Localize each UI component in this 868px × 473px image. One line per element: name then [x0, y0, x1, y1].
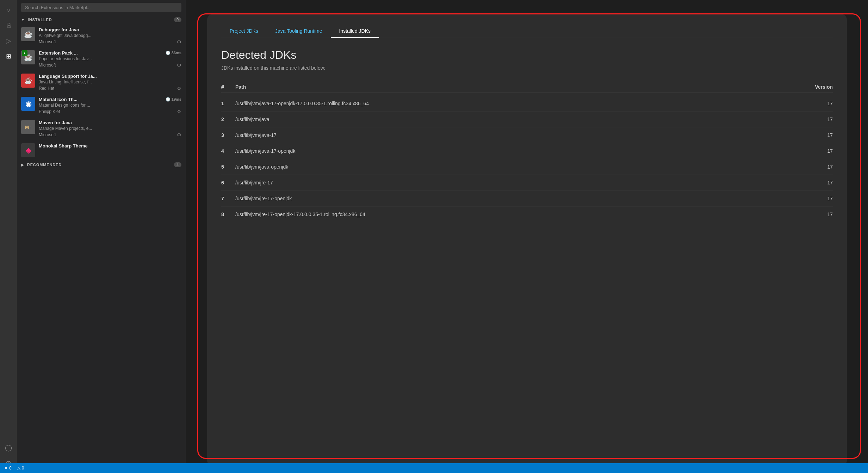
table-row: 5 /usr/lib/jvm/java-openjdk 17: [221, 159, 833, 175]
list-item[interactable]: ☕ Debugger for Java A lightweight Java d…: [17, 24, 186, 48]
star-badge: ★: [22, 50, 27, 56]
list-item[interactable]: ★ ☕ Extension Pack ... 🕐 86ms Popular ex…: [17, 48, 186, 71]
ext-name: Material Icon Th... 🕐 19ms: [39, 97, 181, 102]
extensions-sidebar: ▼ INSTALLED 9 ☕ Debugger for Java A ligh…: [17, 0, 186, 473]
ext-publisher: Philipp Kief: [39, 109, 60, 114]
installed-arrow-icon: ▼: [21, 18, 25, 22]
ext-name: Language Support for Ja...: [39, 74, 181, 79]
ext-name: Maven for Java: [39, 120, 181, 125]
warnings-status[interactable]: △ 0: [17, 466, 24, 471]
installed-section-header[interactable]: ▼ INSTALLED 9: [17, 15, 186, 24]
gear-icon[interactable]: ⚙: [177, 109, 181, 114]
search-input[interactable]: [21, 3, 181, 12]
ext-icon-monokai: ◈: [21, 143, 35, 157]
jdk-settings-panel: Project JDKs Java Tooling Runtime Instal…: [207, 14, 847, 466]
table-row: 2 /usr/lib/jvm/java 17: [221, 112, 833, 127]
table-row: 8 /usr/lib/jvm/jre-17-openjdk-17.0.0.0.3…: [221, 207, 833, 222]
ext-publisher: Microsoft: [39, 63, 56, 68]
table-row: 3 /usr/lib/jvm/java-17 17: [221, 127, 833, 143]
ext-publisher: Red Hat: [39, 86, 54, 91]
recommended-count-badge: 4: [174, 162, 181, 167]
ext-desc: Material Design Icons for ...: [39, 103, 181, 108]
table-row: 7 /usr/lib/jvm/jre-17-openjdk 17: [221, 191, 833, 207]
jdk-table: # Path Version 1 /usr/lib/jvm/java-17-op…: [221, 81, 833, 222]
ext-publisher: Microsoft: [39, 132, 56, 137]
ext-desc: Popular extensions for Jav...: [39, 56, 181, 61]
ext-icon-materialicon: ◉: [21, 97, 35, 111]
main-content: Project JDKs Java Tooling Runtime Instal…: [186, 0, 868, 473]
panel-title: Detected JDKs: [221, 49, 833, 62]
table-row: 6 /usr/lib/jvm/jre-17 17: [221, 175, 833, 191]
gear-icon[interactable]: ⚙: [177, 62, 181, 68]
search-activity-icon[interactable]: ○: [1, 3, 16, 17]
warning-count: 0: [22, 466, 24, 471]
gear-icon[interactable]: ⚙: [177, 132, 181, 138]
explorer-activity-icon[interactable]: ⎘: [1, 18, 16, 32]
ext-time: 🕐 86ms: [166, 51, 181, 55]
account-activity-icon[interactable]: ◯: [1, 441, 16, 455]
ext-name: Monokai Sharp Theme: [39, 143, 181, 149]
tab-row: Project JDKs Java Tooling Runtime Instal…: [221, 25, 833, 38]
run-activity-icon[interactable]: ▷: [1, 34, 16, 48]
activity-bar: ○ ⎘ ▷ ⊞ ◯ ⚙: [0, 0, 17, 473]
installed-label: INSTALLED: [28, 18, 52, 22]
warning-icon: △: [17, 466, 20, 471]
gear-icon[interactable]: ⚙: [177, 86, 181, 91]
col-header-num: #: [221, 84, 235, 90]
table-row: 1 /usr/lib/jvm/java-17-openjdk-17.0.0.0.…: [221, 96, 833, 112]
errors-status[interactable]: ✕ 0: [4, 466, 12, 471]
tab-installed-jdks[interactable]: Installed JDKs: [331, 25, 379, 38]
ext-icon-debugger: ☕: [21, 27, 35, 41]
ext-desc: Manage Maven projects, e...: [39, 126, 181, 131]
ext-publisher: Microsoft: [39, 39, 56, 44]
recommended-arrow-icon: ▶: [21, 163, 24, 167]
status-bar: ✕ 0 △ 0: [0, 463, 868, 473]
ext-desc: A lightweight Java debugg...: [39, 33, 181, 38]
list-item[interactable]: ◉ Material Icon Th... 🕐 19ms Material De…: [17, 94, 186, 117]
tab-project-jdks[interactable]: Project JDKs: [221, 25, 267, 38]
ext-name: Extension Pack ... 🕐 86ms: [39, 50, 181, 56]
extension-list: ☕ Debugger for Java A lightweight Java d…: [17, 24, 186, 473]
table-header: # Path Version: [221, 81, 833, 93]
extensions-activity-icon[interactable]: ⊞: [1, 49, 16, 63]
tab-java-tooling-runtime[interactable]: Java Tooling Runtime: [267, 25, 331, 38]
gear-icon[interactable]: ⚙: [177, 39, 181, 45]
error-icon: ✕: [4, 466, 8, 471]
ext-icon-maven: M↑: [21, 120, 35, 134]
col-header-path: Path: [235, 84, 798, 90]
ext-icon-langsupport: ☕: [21, 74, 35, 88]
ext-name: Debugger for Java: [39, 27, 181, 32]
ext-time: 🕐 19ms: [166, 97, 181, 102]
installed-count-badge: 9: [174, 17, 181, 22]
table-row: 4 /usr/lib/jvm/java-17-openjdk 17: [221, 143, 833, 159]
col-header-version: Version: [798, 84, 833, 90]
list-item[interactable]: ☕ Language Support for Ja... Java Lintin…: [17, 71, 186, 94]
panel-subtitle: JDKs installed on this machine are liste…: [221, 65, 833, 71]
list-item[interactable]: ◈ Monokai Sharp Theme: [17, 140, 186, 160]
recommended-label: RECOMMENDED: [27, 163, 62, 167]
recommended-section-header[interactable]: ▶ RECOMMENDED 4: [17, 160, 186, 169]
error-count: 0: [9, 466, 12, 471]
ext-desc: Java Linting, Intellisense, f...: [39, 80, 181, 84]
list-item[interactable]: M↑ Maven for Java Manage Maven projects,…: [17, 117, 186, 140]
